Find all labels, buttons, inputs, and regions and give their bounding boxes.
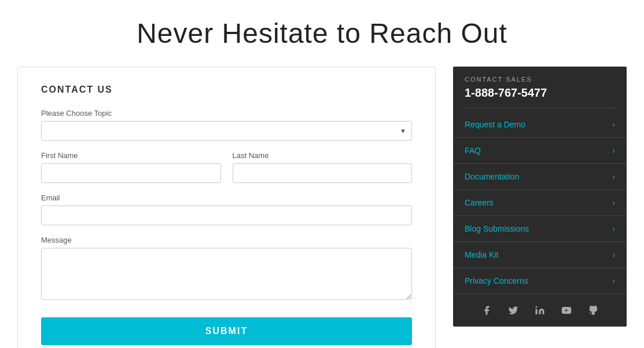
sidebar-item-label: Careers xyxy=(465,198,494,207)
svg-point-0 xyxy=(536,306,538,308)
linkedin-icon[interactable] xyxy=(532,302,548,318)
first-name-group: First Name xyxy=(41,151,221,183)
contact-form-container: CONTACT US Please Choose Topic General I… xyxy=(17,67,436,348)
sidebar-item-documentation[interactable]: Documentation › xyxy=(453,164,627,190)
sidebar-item-label: FAQ xyxy=(465,146,481,155)
chevron-right-icon: › xyxy=(612,250,615,259)
email-label: Email xyxy=(41,193,412,202)
page-title: Never Hesitate to Reach Out xyxy=(17,0,627,67)
name-row: First Name Last Name xyxy=(41,151,412,183)
sidebar-item-label: Blog Submissions xyxy=(465,224,529,233)
submit-button[interactable]: SUBMIT xyxy=(41,317,412,345)
sidebar-phone: 1-888-767-5477 xyxy=(465,86,615,108)
contact-form-title: CONTACT US xyxy=(41,85,412,95)
sidebar-item-careers[interactable]: Careers › xyxy=(453,190,627,216)
page-wrapper: Never Hesitate to Reach Out CONTACT US P… xyxy=(0,0,644,348)
topic-select[interactable]: General Inquiry Sales Support Billing Ot… xyxy=(41,121,412,141)
message-group: Message xyxy=(41,236,412,302)
sidebar-item-blog-submissions[interactable]: Blog Submissions › xyxy=(453,216,627,242)
topic-label: Please Choose Topic xyxy=(41,109,412,118)
chevron-right-icon: › xyxy=(612,276,615,285)
sidebar: CONTACT SALES 1-888-767-5477 Request a D… xyxy=(453,67,627,327)
chevron-right-icon: › xyxy=(612,146,615,155)
facebook-icon[interactable] xyxy=(479,302,495,318)
content-row: CONTACT US Please Choose Topic General I… xyxy=(17,67,627,348)
sidebar-nav: Request a Demo › FAQ › Documentation › C… xyxy=(453,112,627,294)
sidebar-item-label: Documentation xyxy=(465,172,519,181)
email-input[interactable] xyxy=(41,206,412,225)
chevron-right-icon: › xyxy=(612,120,615,129)
sidebar-item-label: Privacy Concerns xyxy=(465,276,528,285)
last-name-label: Last Name xyxy=(233,151,413,160)
sidebar-item-label: Request a Demo xyxy=(465,120,525,129)
sidebar-item-label: Media Kit xyxy=(465,250,498,259)
last-name-group: Last Name xyxy=(233,151,413,183)
sidebar-item-faq[interactable]: FAQ › xyxy=(453,138,627,164)
sidebar-item-request-demo[interactable]: Request a Demo › xyxy=(453,112,627,138)
message-label: Message xyxy=(41,236,412,244)
topic-select-wrapper: General Inquiry Sales Support Billing Ot… xyxy=(41,121,412,141)
sidebar-item-media-kit[interactable]: Media Kit › xyxy=(453,242,627,268)
first-name-input[interactable] xyxy=(41,163,221,183)
sidebar-contact-label: CONTACT SALES xyxy=(465,76,615,83)
chevron-right-icon: › xyxy=(612,224,615,233)
github-icon[interactable] xyxy=(585,302,601,318)
first-name-label: First Name xyxy=(41,151,221,160)
chevron-right-icon: › xyxy=(612,172,615,181)
sidebar-social xyxy=(453,294,627,327)
contact-form: Please Choose Topic General Inquiry Sale… xyxy=(41,109,412,345)
chevron-right-icon: › xyxy=(612,198,615,207)
last-name-input[interactable] xyxy=(233,163,413,183)
twitter-icon[interactable] xyxy=(505,302,521,318)
sidebar-header: CONTACT SALES 1-888-767-5477 xyxy=(453,67,627,112)
email-group: Email xyxy=(41,193,412,225)
youtube-icon[interactable] xyxy=(558,302,575,318)
message-textarea[interactable] xyxy=(41,248,412,300)
sidebar-item-privacy-concerns[interactable]: Privacy Concerns › xyxy=(453,268,627,294)
topic-group: Please Choose Topic General Inquiry Sale… xyxy=(41,109,412,141)
